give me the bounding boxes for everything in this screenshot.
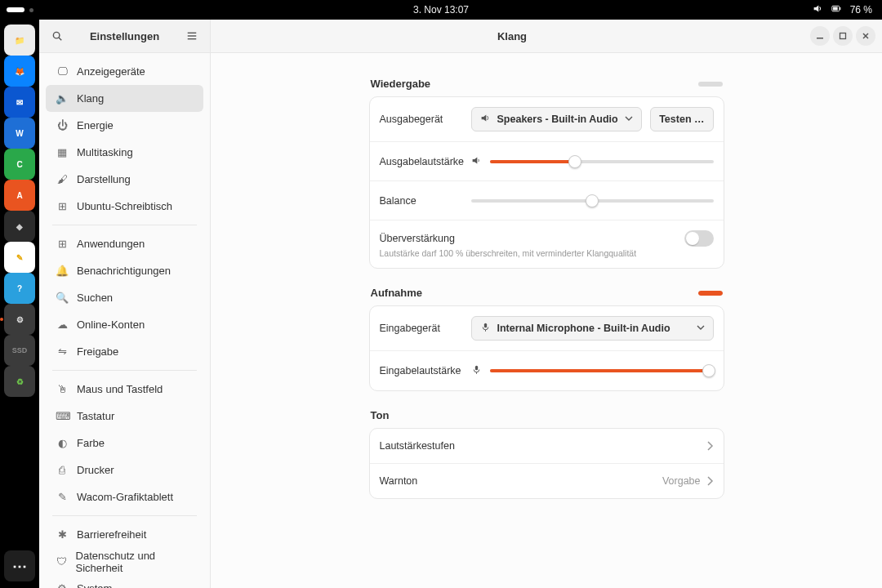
notifications-icon: 🔔: [56, 265, 69, 278]
dock-app-xournal[interactable]: ✎: [4, 242, 35, 273]
sidebar-header: Einstellungen: [39, 20, 210, 53]
maximize-button[interactable]: [833, 26, 853, 46]
speaker-icon: [480, 113, 491, 126]
minimize-button[interactable]: [810, 26, 830, 46]
sidebar-item-label: Tastatur: [77, 410, 114, 422]
chevron-right-icon: [707, 441, 714, 451]
volume-steps-row[interactable]: Lautstärkestufen: [370, 429, 724, 464]
sidebar-item-label: Benachrichtigungen: [77, 265, 171, 277]
dock-app-writer[interactable]: W: [4, 118, 35, 149]
chevron-down-icon: [697, 323, 705, 334]
sidebar-item-label: Ubuntu-Schreibtisch: [77, 200, 172, 212]
clock[interactable]: 3. Nov 13:07: [0, 4, 882, 16]
sidebar-item-label: System: [77, 582, 112, 588]
volume-steps-label: Lautstärkestufen: [380, 440, 455, 452]
svg-rect-8: [817, 38, 823, 39]
sidebar-item-a11y[interactable]: ✱Barrierefreiheit: [46, 521, 203, 548]
alert-value: Vorgabe: [662, 475, 701, 487]
sidebar-item-label: Online-Konten: [77, 318, 145, 331]
online-accounts-icon: ☁: [56, 318, 69, 332]
dock-app-settings[interactable]: ⚙: [4, 304, 35, 335]
sidebar-item-sound[interactable]: 🔈Klang: [46, 85, 203, 112]
test-speakers-button[interactable]: Testen …: [650, 107, 713, 131]
alert-label: Warnton: [380, 475, 418, 487]
dock-app-trash[interactable]: ♻: [4, 366, 35, 397]
power-icon: ⏻: [56, 119, 69, 132]
output-section-title: Wiedergabe: [371, 78, 431, 90]
sidebar-title: Einstellungen: [67, 30, 182, 42]
printers-icon: ⎙: [56, 464, 69, 477]
wacom-icon: ✎: [56, 491, 69, 504]
app-launcher[interactable]: ⋯: [4, 550, 35, 581]
sidebar-item-system[interactable]: ⚙System: [46, 575, 203, 588]
sidebar-item-label: Freigabe: [77, 345, 118, 358]
output-card: Ausgabegerät Speakers - Built-in Audio T…: [369, 96, 724, 269]
sidebar-item-online-accounts[interactable]: ☁Online-Konten: [46, 311, 203, 338]
tone-card: Lautstärkestufen Warnton Vorgabe: [369, 428, 724, 499]
sidebar-item-label: Drucker: [77, 464, 114, 476]
output-volume-label: Ausgabelautstärke: [380, 156, 463, 167]
svg-point-3: [53, 32, 60, 38]
sidebar-item-printers[interactable]: ⎙Drucker: [46, 457, 203, 483]
color-icon: ◐: [56, 437, 69, 450]
svg-line-4: [59, 38, 61, 40]
dock-app-software[interactable]: A: [4, 180, 35, 211]
dock-app-firefox[interactable]: 🦊: [4, 56, 35, 87]
output-device-label: Ausgabegerät: [380, 114, 463, 125]
dock-app-thunderbird[interactable]: ✉: [4, 87, 35, 118]
input-device-select[interactable]: Internal Microphone - Built-in Audio: [471, 316, 714, 341]
sidebar-item-label: Suchen: [77, 292, 113, 304]
privacy-icon: 🛡: [56, 555, 68, 568]
sidebar-item-apps[interactable]: ⊞Anwendungen: [46, 230, 203, 257]
minimize-icon: [816, 32, 824, 40]
sidebar-item-label: Farbe: [77, 437, 105, 449]
sidebar-item-notifications[interactable]: 🔔Benachrichtigungen: [46, 257, 203, 284]
balance-slider[interactable]: [471, 194, 714, 207]
overamp-switch[interactable]: [684, 230, 714, 247]
apps-icon: ⊞: [56, 238, 69, 251]
sidebar-item-search[interactable]: 🔍Suchen: [46, 284, 203, 311]
dock-app-inkscape[interactable]: ◆: [4, 211, 35, 242]
sidebar-item-displays[interactable]: 🖵Anzeigegeräte: [46, 58, 203, 85]
dock-app-help[interactable]: ?: [4, 273, 35, 304]
sharing-icon: ⇋: [56, 345, 69, 359]
displays-icon: 🖵: [56, 65, 69, 78]
output-volume-slider[interactable]: [490, 155, 714, 168]
dock-app-files[interactable]: 📁: [4, 24, 35, 56]
chevron-right-icon: [707, 476, 714, 486]
sidebar-item-wacom[interactable]: ✎Wacom-Grafiktablett: [46, 483, 203, 510]
sidebar-item-sharing[interactable]: ⇋Freigabe: [46, 338, 203, 365]
sidebar-item-power[interactable]: ⏻Energie: [46, 112, 203, 139]
input-volume-label: Eingabelautstärke: [380, 365, 463, 376]
ubuntu-desktop-icon: ⊞: [56, 200, 69, 213]
svg-rect-6: [188, 35, 197, 36]
dock-app-disks[interactable]: SSD: [4, 335, 35, 366]
dock-app-calc[interactable]: C: [4, 149, 35, 180]
sidebar-item-ubuntu-desktop[interactable]: ⊞Ubuntu-Schreibtisch: [46, 193, 203, 220]
maximize-icon: [839, 32, 847, 40]
hamburger-button[interactable]: [182, 26, 202, 46]
sidebar-item-multitask[interactable]: ▦Multitasking: [46, 139, 203, 166]
svg-rect-12: [483, 323, 486, 328]
sidebar-item-mouse[interactable]: 🖱Maus und Tastfeld: [46, 376, 203, 403]
input-volume-slider[interactable]: [490, 364, 714, 377]
content-scroll[interactable]: Wiedergabe Ausgabegerät Speakers - Built…: [211, 53, 882, 588]
search-button[interactable]: [47, 26, 67, 46]
overamp-title: Überverstärkung: [380, 233, 455, 244]
mouse-icon: 🖱: [56, 383, 69, 396]
output-device-select[interactable]: Speakers - Built-in Audio: [471, 107, 643, 131]
balance-label: Balance: [380, 195, 463, 207]
sidebar-item-label: Barrierefreiheit: [77, 528, 146, 541]
sidebar-item-color[interactable]: ◐Farbe: [46, 430, 203, 457]
keyboard-icon: ⌨: [56, 410, 69, 423]
sidebar-item-privacy[interactable]: 🛡Datenschutz und Sicherheit: [46, 548, 203, 575]
sidebar-list: 🖵Anzeigegeräte🔈Klang⏻Energie▦Multitaskin…: [39, 53, 210, 588]
alert-sound-row[interactable]: Warnton Vorgabe: [370, 464, 724, 498]
sidebar-item-keyboard[interactable]: ⌨Tastatur: [46, 403, 203, 430]
main-header: Klang: [211, 20, 882, 53]
sidebar-item-appearance[interactable]: 🖌Darstellung: [46, 166, 203, 193]
svg-rect-14: [474, 366, 477, 371]
sidebar-item-label: Darstellung: [77, 173, 131, 185]
hamburger-icon: [186, 30, 198, 42]
close-button[interactable]: [856, 26, 875, 46]
